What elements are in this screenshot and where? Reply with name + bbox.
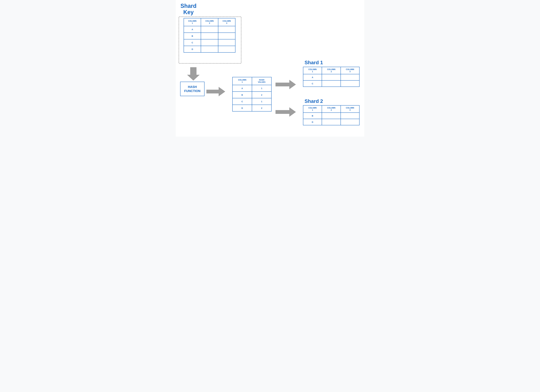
source-table-cell xyxy=(218,33,235,39)
shard1-title: Shard 1 xyxy=(305,60,323,65)
shard2-table-row: D xyxy=(303,119,359,125)
shard1-table: COLUMN 1COLUMN 2COLUMN 3AC xyxy=(303,67,360,87)
hash-table: COLUMN 1HASH VALUESA1B2C1D2 xyxy=(232,77,272,111)
hash-table-header: HASH VALUES xyxy=(252,77,271,85)
source-table-header: COLUMN 2 xyxy=(201,18,218,26)
source-table-cell: A xyxy=(184,26,201,33)
hash-table-cell: 2 xyxy=(252,92,271,98)
shard1-table-cell: A xyxy=(303,74,322,80)
shard2-table-header: COLUMN 1 xyxy=(303,105,322,113)
shard2-table-cell xyxy=(341,119,359,125)
hash-table-cell: D xyxy=(232,105,252,111)
source-table-row: A xyxy=(184,26,235,33)
shard2-table-row: B xyxy=(303,113,359,119)
hash-table-header: COLUMN 1 xyxy=(232,77,252,85)
hash-table-cell: A xyxy=(232,85,252,92)
hash-table-cell: 2 xyxy=(252,105,271,111)
svg-marker-5 xyxy=(275,107,296,117)
shard2-table-cell xyxy=(322,119,340,125)
shard-key-title: Shard Key xyxy=(180,3,196,15)
shard2-table-cell: B xyxy=(303,113,322,119)
source-table-header: COLUMN 1 xyxy=(184,18,201,26)
shard2-table-cell xyxy=(341,113,359,119)
source-table-cell xyxy=(218,46,235,52)
svg-marker-3 xyxy=(206,87,225,96)
shard2-title: Shard 2 xyxy=(305,98,323,104)
source-table-cell xyxy=(201,26,218,33)
hash-table-row: C1 xyxy=(232,98,271,105)
shard1-table-row: C xyxy=(303,80,359,87)
hash-table-cell: B xyxy=(232,92,252,98)
hash-table-row: B2 xyxy=(232,92,271,98)
shard1-table-cell xyxy=(341,74,359,80)
hash-table-cell: 1 xyxy=(252,85,271,92)
shard1-table-cell xyxy=(322,74,340,80)
hash-table-cell: C xyxy=(232,98,252,105)
source-table-row: B xyxy=(184,33,235,39)
shard2-table-header: COLUMN 3 xyxy=(341,105,359,113)
svg-marker-4 xyxy=(275,80,296,89)
source-table-cell: D xyxy=(184,46,201,52)
shard1-table-row: A xyxy=(303,74,359,80)
diagram-canvas: Shard Key COLUMN 1COLUMN 2COLUMN 3ABCD H… xyxy=(176,0,364,137)
hash-table-row: A1 xyxy=(232,85,271,92)
shard2-table-cell xyxy=(322,113,340,119)
right-arrow-3 xyxy=(275,107,296,117)
source-table-cell: C xyxy=(184,39,201,46)
source-table-cell xyxy=(201,33,218,39)
right-arrow-1 xyxy=(206,87,225,97)
shard1-table-header: COLUMN 2 xyxy=(322,67,340,74)
shard1-table-header: COLUMN 3 xyxy=(341,67,359,74)
shard1-table-cell xyxy=(322,80,340,87)
down-arrow xyxy=(187,67,200,81)
source-table-row: C xyxy=(184,39,235,46)
source-table-cell xyxy=(201,39,218,46)
source-table-header: COLUMN 3 xyxy=(218,18,235,26)
source-table-cell xyxy=(201,46,218,52)
hash-table-cell: 1 xyxy=(252,98,271,105)
source-table-cell: B xyxy=(184,33,201,39)
svg-marker-2 xyxy=(187,67,200,81)
source-table: COLUMN 1COLUMN 2COLUMN 3ABCD xyxy=(184,18,235,53)
shard2-table: COLUMN 1COLUMN 2COLUMN 3BD xyxy=(303,105,360,125)
source-table-cell xyxy=(218,26,235,33)
shard1-table-cell xyxy=(341,80,359,87)
hash-function-box: HASH FUNCTION xyxy=(180,82,205,96)
right-arrow-2 xyxy=(275,80,296,90)
shard2-table-header: COLUMN 2 xyxy=(322,105,340,113)
source-table-row: D xyxy=(184,46,235,52)
shard1-table-cell: C xyxy=(303,80,322,87)
shard2-table-cell: D xyxy=(303,119,322,125)
shard1-table-header: COLUMN 1 xyxy=(303,67,322,74)
hash-table-row: D2 xyxy=(232,105,271,111)
source-table-cell xyxy=(218,39,235,46)
